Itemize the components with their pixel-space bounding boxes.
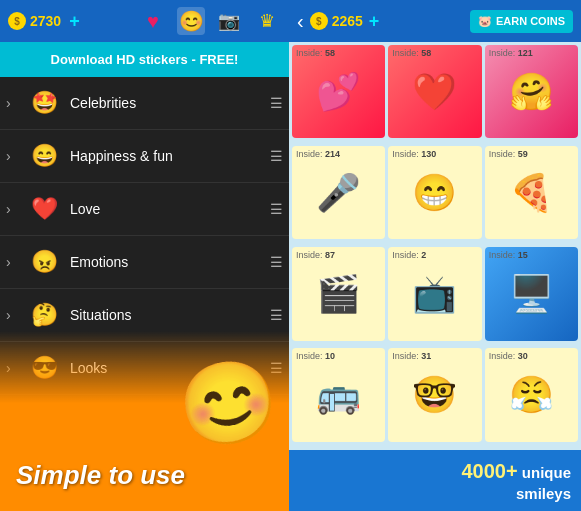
sticker-inside-label: Inside: 58: [392, 48, 431, 58]
sticker-cell[interactable]: Inside: 31 🤓: [388, 348, 481, 441]
sticker-cell[interactable]: Inside: 10 🚌: [292, 348, 385, 441]
camera-icon: 📷: [218, 10, 240, 32]
smiley-nav-icon[interactable]: 😊: [177, 7, 205, 35]
sticker-inside-label: Inside: 10: [296, 351, 335, 361]
category-emoji: 🤩: [26, 85, 62, 121]
left-top-bar: $ 2730 + ♥ 😊 📷 ♛: [0, 0, 289, 42]
coins-value: 2730: [30, 13, 61, 29]
sticker-inside-label: Inside: 59: [489, 149, 528, 159]
sticker-inside-label: Inside: 121: [489, 48, 533, 58]
category-emoji: 😠: [26, 244, 62, 280]
sticker-emoji: 📺: [412, 276, 457, 312]
sticker-inside-label: Inside: 15: [489, 250, 528, 260]
promo-unique: unique: [522, 464, 571, 481]
category-emoji: 🤔: [26, 297, 62, 333]
sticker-cell[interactable]: Inside: 2 📺: [388, 247, 481, 340]
sticker-inside-label: Inside: 31: [392, 351, 431, 361]
add-coins-button[interactable]: +: [69, 11, 80, 32]
sticker-emoji: 🚌: [316, 377, 361, 413]
sticker-emoji: 🤗: [509, 74, 554, 110]
sticker-emoji: 🎤: [316, 175, 361, 211]
category-item-celebrities[interactable]: › 🤩 Celebrities ☰: [0, 77, 289, 130]
right-panel: ‹ $ 2265 + 🐷 EARN COINS Inside: 58 💕 Ins…: [289, 0, 581, 511]
category-emoji: ❤️: [26, 191, 62, 227]
smiley-icon: 😊: [179, 9, 204, 33]
sticker-cell[interactable]: Inside: 87 🎬: [292, 247, 385, 340]
category-emoji: 😄: [26, 138, 62, 174]
hamburger-icon: ☰: [270, 95, 283, 111]
earn-coins-button[interactable]: 🐷 EARN COINS: [470, 10, 573, 33]
sticker-emoji: 🤓: [412, 377, 457, 413]
sticker-cell[interactable]: Inside: 58 ❤️: [388, 45, 481, 138]
nav-icons: ♥ 😊 📷 ♛: [139, 7, 281, 35]
sticker-cell[interactable]: Inside: 15 🖥️: [485, 247, 578, 340]
sticker-emoji: ❤️: [412, 74, 457, 110]
sticker-emoji: 😤: [509, 377, 554, 413]
crown-icon: ♛: [259, 10, 275, 32]
sticker-emoji: 🍕: [509, 175, 554, 211]
download-hd-button[interactable]: Download HD stickers - FREE!: [0, 42, 289, 77]
promo-text: 4000+ unique smileys: [299, 458, 571, 504]
camera-nav-icon[interactable]: 📷: [215, 7, 243, 35]
right-add-coins-button[interactable]: +: [369, 11, 380, 32]
promo-smileys: smileys: [516, 485, 571, 502]
chevron-icon: ›: [6, 95, 20, 111]
simple-to-use-text: Simple to use: [16, 460, 185, 491]
hamburger-icon: ☰: [270, 254, 283, 270]
sticker-inside-label: Inside: 130: [392, 149, 436, 159]
crown-nav-icon[interactable]: ♛: [253, 7, 281, 35]
sticker-grid: Inside: 58 💕 Inside: 58 ❤️ Inside: 121 🤗…: [289, 42, 581, 450]
category-label: Love: [70, 201, 270, 217]
coin-icon: $: [8, 12, 26, 30]
earn-coins-label: EARN COINS: [496, 15, 565, 27]
sticker-inside-label: Inside: 2: [392, 250, 426, 260]
sticker-emoji: 😁: [412, 175, 457, 211]
category-label: Happiness & fun: [70, 148, 270, 164]
right-coins-value: 2265: [332, 13, 363, 29]
category-item-love[interactable]: › ❤️ Love ☰: [0, 183, 289, 236]
sticker-cell[interactable]: Inside: 121 🤗: [485, 45, 578, 138]
sticker-cell[interactable]: Inside: 58 💕: [292, 45, 385, 138]
back-button[interactable]: ‹: [297, 10, 304, 33]
bottom-promo: 4000+ unique smileys: [289, 450, 581, 512]
category-label: Situations: [70, 307, 270, 323]
sticker-emoji: 🎬: [316, 276, 361, 312]
sticker-cell[interactable]: Inside: 214 🎤: [292, 146, 385, 239]
favorites-nav-icon[interactable]: ♥: [139, 7, 167, 35]
sticker-cell[interactable]: Inside: 59 🍕: [485, 146, 578, 239]
sticker-inside-label: Inside: 214: [296, 149, 340, 159]
promo-count: 4000+: [461, 460, 517, 482]
chevron-icon: ›: [6, 148, 20, 164]
category-item-happiness[interactable]: › 😄 Happiness & fun ☰: [0, 130, 289, 183]
chevron-icon: ›: [6, 307, 20, 323]
left-panel: $ 2730 + ♥ 😊 📷 ♛ Download HD stickers - …: [0, 0, 289, 511]
category-item-emotions[interactable]: › 😠 Emotions ☰: [0, 236, 289, 289]
category-label: Emotions: [70, 254, 270, 270]
sticker-inside-label: Inside: 58: [296, 48, 335, 58]
sticker-emoji: 💕: [316, 74, 361, 110]
sticker-emoji: 🖥️: [509, 276, 554, 312]
hamburger-icon: ☰: [270, 307, 283, 323]
right-top-bar: ‹ $ 2265 + 🐷 EARN COINS: [289, 0, 581, 42]
piggy-bank-icon: 🐷: [478, 15, 492, 28]
right-coins-display: $ 2265: [310, 12, 363, 30]
heart-icon: ♥: [147, 10, 159, 33]
sticker-cell[interactable]: Inside: 30 😤: [485, 348, 578, 441]
coins-display: $ 2730: [8, 12, 61, 30]
category-label: Celebrities: [70, 95, 270, 111]
chevron-icon: ›: [6, 201, 20, 217]
chevron-icon: ›: [6, 254, 20, 270]
sticker-cell[interactable]: Inside: 130 😁: [388, 146, 481, 239]
sticker-inside-label: Inside: 30: [489, 351, 528, 361]
sticker-inside-label: Inside: 87: [296, 250, 335, 260]
hamburger-icon: ☰: [270, 148, 283, 164]
emoji-character: 😊: [172, 349, 287, 459]
sticker-grid-wrapper: Inside: 58 💕 Inside: 58 ❤️ Inside: 121 🤗…: [289, 42, 581, 511]
right-coin-icon: $: [310, 12, 328, 30]
hamburger-icon: ☰: [270, 201, 283, 217]
